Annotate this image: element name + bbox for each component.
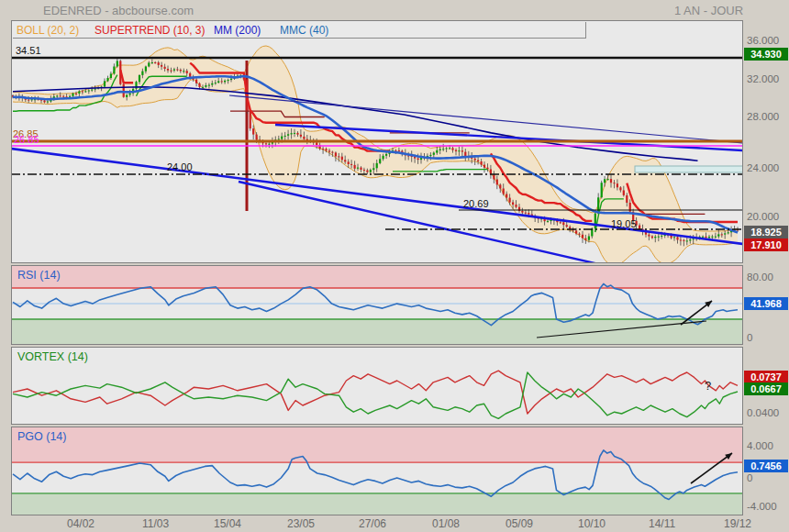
axis-tick-label: 0.0400 — [747, 407, 779, 418]
price-level-label: 24.00 — [167, 161, 193, 172]
legend-item-mmc40[interactable]: MMC (40) — [280, 24, 328, 37]
rsi-panel[interactable]: RSI (14) — [11, 265, 743, 345]
price-level-label: 20.69 — [463, 198, 489, 209]
price-level-label: 26.85 — [14, 134, 39, 145]
axis-tick-label: 32.000 — [747, 73, 779, 84]
axis-tick-label: -4.000 — [747, 501, 777, 512]
legend-item-mm200[interactable]: MM (200) — [214, 24, 261, 37]
axis-value-badge: 41.968 — [744, 297, 788, 310]
date-tick-label: 15/04 — [214, 517, 241, 530]
pgo-chart[interactable] — [12, 427, 742, 515]
timeframe-label: 1 AN - JOUR — [674, 4, 743, 17]
axis-tick-label: 4.000 — [747, 440, 773, 451]
axis-tick-label: 24.000 — [747, 162, 779, 173]
question-mark-annotation: ? — [705, 379, 711, 393]
date-tick-label: 23/05 — [287, 517, 315, 530]
axis-tick-label: 0 — [747, 472, 752, 483]
axis-tick-label: 28.000 — [747, 111, 779, 122]
axis-value-badge: 18.925 — [744, 226, 788, 238]
axis-value-badge: 0.0667 — [744, 382, 788, 395]
chart-application: EDENRED - abcbourse.com 1 AN - JOUR BOLL… — [0, 0, 789, 532]
axis-value-badge: 0.7456 — [744, 460, 788, 472]
axis-value-badge: 17.910 — [744, 238, 788, 251]
date-tick-label: 19/12 — [724, 517, 751, 530]
vortex-panel[interactable]: VORTEX (14) — [11, 347, 743, 425]
date-tick-label: 27/06 — [359, 517, 386, 530]
axis-tick-label: 0 — [747, 332, 752, 343]
axis-tick-label: 36.000 — [747, 35, 779, 46]
instrument-title: EDENRED - abcbourse.com — [43, 4, 194, 17]
legend-item-boll[interactable]: BOLL (20, 2) — [17, 24, 79, 37]
vortex-label: VORTEX (14) — [17, 350, 88, 363]
vortex-chart[interactable] — [12, 348, 742, 424]
date-tick-label: 14/11 — [649, 517, 675, 530]
pgo-panel[interactable]: PGO (14) — [11, 427, 743, 515]
axis-value-badge: 0.0737 — [744, 371, 788, 383]
date-tick-label: 04/02 — [67, 517, 94, 530]
axis-tick-label: 20.000 — [747, 211, 779, 222]
price-level-label: 34.51 — [16, 45, 41, 56]
axis-value-badge: 34.930 — [744, 48, 788, 61]
price-level-label: 19.05 — [611, 218, 637, 229]
date-tick-label: 01/08 — [432, 517, 460, 530]
indicator-legend: BOLL (20, 2) SUPERTREND (10, 3) MM (200)… — [13, 22, 586, 39]
rsi-chart[interactable] — [12, 266, 742, 344]
rsi-label: RSI (14) — [17, 269, 61, 282]
pgo-label: PGO (14) — [17, 430, 67, 443]
axis-tick-label: 80.00 — [747, 272, 773, 283]
date-tick-label: 11/03 — [142, 517, 169, 530]
date-tick-label: 05/09 — [506, 517, 533, 530]
legend-item-supertrend[interactable]: SUPERTREND (10, 3) — [94, 24, 205, 37]
date-tick-label: 10/10 — [578, 517, 606, 530]
